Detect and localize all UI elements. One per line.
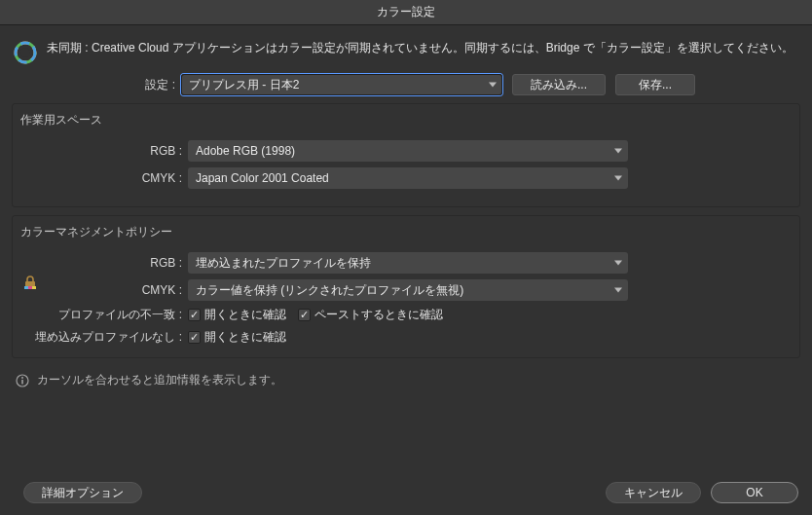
- workspace-rgb-select[interactable]: Adobe RGB (1998): [188, 140, 628, 162]
- sync-status-text: 未同期 : Creative Cloud アプリケーションはカラー設定が同期され…: [47, 39, 794, 57]
- policy-rgb-select[interactable]: 埋め込まれたプロファイルを保持: [188, 252, 628, 274]
- dialog-footer: 詳細オプション キャンセル OK: [0, 482, 812, 503]
- missing-open-checkbox[interactable]: [188, 331, 201, 344]
- info-hint-row: カーソルを合わせると追加情報を表示します。: [0, 358, 812, 402]
- save-button-label: 保存...: [639, 77, 672, 93]
- missing-open-label: 開くときに確認: [204, 329, 286, 346]
- dialog-titlebar: カラー設定: [0, 0, 812, 25]
- svg-rect-8: [32, 286, 36, 289]
- workspace-cmyk-value: Japan Color 2001 Coated: [196, 171, 329, 185]
- settings-label: 設定 :: [0, 77, 181, 93]
- policy-title: カラーマネジメントポリシー: [20, 224, 792, 246]
- dialog-title: カラー設定: [377, 4, 435, 20]
- save-button[interactable]: 保存...: [615, 74, 695, 95]
- workspace-cmyk-label: CMYK :: [20, 171, 188, 185]
- advanced-options-button[interactable]: 詳細オプション: [23, 482, 142, 503]
- mismatch-paste-checkbox[interactable]: [298, 309, 311, 321]
- policy-cmyk-label: CMYK :: [20, 283, 188, 297]
- svg-point-10: [21, 377, 23, 379]
- policy-cmyk-select[interactable]: カラー値を保持 (リンクされたプロファイルを無視): [188, 279, 628, 301]
- mismatch-paste-label: ペーストするときに確認: [314, 307, 443, 323]
- missing-profile-label: 埋め込みプロファイルなし :: [20, 329, 188, 346]
- ok-button-label: OK: [746, 486, 762, 499]
- info-hint-text: カーソルを合わせると追加情報を表示します。: [37, 372, 282, 388]
- cancel-button-label: キャンセル: [624, 485, 683, 501]
- chevron-down-icon: [614, 176, 622, 181]
- chevron-down-icon: [489, 83, 497, 88]
- svg-rect-7: [28, 286, 32, 289]
- sync-status-row: 未同期 : Creative Cloud アプリケーションはカラー設定が同期され…: [0, 25, 812, 74]
- settings-preset-row: 設定 : プリプレス用 - 日本2 読み込み... 保存...: [0, 74, 800, 95]
- cancel-button[interactable]: キャンセル: [606, 482, 701, 503]
- policy-rgb-value: 埋め込まれたプロファイルを保持: [196, 255, 371, 272]
- cmyk-lock-icon: [22, 275, 38, 290]
- chevron-down-icon: [614, 288, 622, 293]
- workspace-rgb-label: RGB :: [20, 144, 188, 158]
- svg-rect-6: [24, 286, 28, 289]
- profile-mismatch-label: プロファイルの不一致 :: [20, 307, 188, 323]
- mismatch-open-checkbox[interactable]: [188, 309, 201, 321]
- color-management-policy-section: カラーマネジメントポリシー RGB : 埋め込まれたプロファイルを保持 CMYK…: [12, 215, 800, 358]
- load-button-label: 読み込み...: [531, 77, 587, 93]
- policy-rgb-label: RGB :: [20, 256, 188, 270]
- info-icon: [16, 374, 29, 387]
- load-button[interactable]: 読み込み...: [512, 74, 606, 95]
- chevron-down-icon: [614, 261, 622, 266]
- svg-rect-11: [21, 380, 23, 385]
- policy-cmyk-value: カラー値を保持 (リンクされたプロファイルを無視): [196, 282, 463, 299]
- creative-cloud-unsynced-icon: [14, 41, 37, 64]
- mismatch-open-label: 開くときに確認: [204, 307, 286, 323]
- chevron-down-icon: [614, 149, 622, 154]
- workspace-rgb-value: Adobe RGB (1998): [196, 144, 295, 158]
- advanced-options-label: 詳細オプション: [42, 485, 124, 501]
- working-spaces-title: 作業用スペース: [20, 112, 792, 134]
- settings-preset-select[interactable]: プリプレス用 - 日本2: [181, 74, 502, 95]
- svg-point-4: [20, 48, 30, 57]
- settings-preset-value: プリプレス用 - 日本2: [189, 77, 299, 93]
- ok-button[interactable]: OK: [711, 482, 798, 503]
- workspace-cmyk-select[interactable]: Japan Color 2001 Coated: [188, 167, 628, 189]
- working-spaces-section: 作業用スペース RGB : Adobe RGB (1998) CMYK : Ja…: [12, 103, 800, 207]
